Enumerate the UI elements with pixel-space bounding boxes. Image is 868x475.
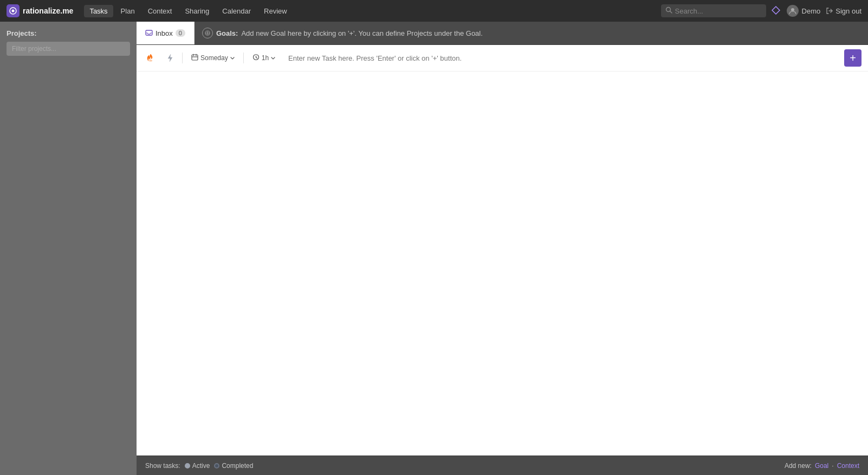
sidebar: Projects: xyxy=(0,22,137,475)
svg-point-5 xyxy=(791,8,794,11)
goals-add-button[interactable] xyxy=(202,28,213,38)
chevron-down-icon xyxy=(230,57,235,60)
add-new-separator: · xyxy=(832,462,833,470)
logo[interactable]: rationalize.me xyxy=(7,4,73,17)
bottom-bar: Show tasks: Active Completed Add new: Go… xyxy=(137,456,868,475)
svg-marker-12 xyxy=(168,54,172,62)
topnav: rationalize.me Tasks Plan Context Sharin… xyxy=(0,0,868,22)
projects-label: Projects: xyxy=(7,29,130,37)
inbox-label: Inbox xyxy=(156,29,173,37)
active-label: Active xyxy=(192,462,210,470)
someday-label: Someday xyxy=(200,54,228,62)
calendar-icon xyxy=(191,54,198,62)
task-input[interactable] xyxy=(284,54,840,62)
svg-line-3 xyxy=(670,11,672,14)
active-radio-dot xyxy=(185,463,190,469)
main-layout: Projects: Inbox 0 xyxy=(0,22,868,475)
add-new-label: Add new: xyxy=(785,462,812,470)
task-list xyxy=(137,71,868,456)
logo-text: rationalize.me xyxy=(23,6,73,15)
main-nav: Tasks Plan Context Sharing Calendar Revi… xyxy=(84,5,656,17)
add-context-link[interactable]: Context xyxy=(837,462,859,470)
fire-button[interactable] xyxy=(143,50,158,66)
bolt-button[interactable] xyxy=(163,50,178,66)
inbox-icon xyxy=(145,29,153,38)
user-info: Demo xyxy=(787,5,821,17)
svg-point-11 xyxy=(149,60,152,62)
nav-context[interactable]: Context xyxy=(142,5,178,17)
goals-label: Goals: xyxy=(216,29,238,37)
completed-radio-dot xyxy=(214,463,219,469)
signout-label: Sign out xyxy=(835,7,861,15)
svg-line-19 xyxy=(256,57,257,58)
show-tasks-section: Show tasks: Active Completed xyxy=(145,462,253,470)
search-input[interactable] xyxy=(675,7,762,15)
content-area: Inbox 0 Goals: Add new Goal here by clic… xyxy=(137,22,868,475)
nav-plan[interactable]: Plan xyxy=(115,5,140,17)
svg-marker-4 xyxy=(772,6,780,14)
project-filter-input[interactable] xyxy=(7,42,130,56)
nav-tasks[interactable]: Tasks xyxy=(84,5,113,17)
toolbar-separator-1 xyxy=(182,53,183,63)
search-wrapper[interactable] xyxy=(661,4,766,17)
task-toolbar: Someday 1h xyxy=(137,45,868,71)
completed-label: Completed xyxy=(222,462,253,470)
show-tasks-label: Show tasks: xyxy=(145,462,180,470)
nav-calendar[interactable]: Calendar xyxy=(217,5,256,17)
toolbar-separator-2 xyxy=(243,53,244,63)
task-input-area: Someday 1h xyxy=(137,45,868,456)
add-new-section: Add new: Goal · Context xyxy=(785,462,859,470)
goals-bar: Goals: Add new Goal here by clicking on … xyxy=(195,28,868,38)
signout-button[interactable]: Sign out xyxy=(826,7,861,15)
inbox-badge: 0 xyxy=(176,29,185,37)
completed-radio[interactable]: Completed xyxy=(214,462,253,470)
active-radio[interactable]: Active xyxy=(185,462,210,470)
nav-review[interactable]: Review xyxy=(258,5,293,17)
svg-rect-13 xyxy=(192,55,198,60)
topnav-right: Demo Sign out xyxy=(661,4,861,17)
add-goal-link[interactable]: Goal xyxy=(815,462,828,470)
tab-bar: Inbox 0 Goals: Add new Goal here by clic… xyxy=(137,22,868,45)
search-icon xyxy=(665,6,672,16)
goals-hint: Add new Goal here by clicking on '+'. Yo… xyxy=(241,29,482,37)
logo-icon xyxy=(7,4,20,17)
user-name: Demo xyxy=(802,7,821,15)
time-dropdown[interactable]: 1h xyxy=(248,51,280,64)
task-add-button[interactable]: + xyxy=(844,49,861,67)
clock-icon xyxy=(252,54,260,62)
someday-dropdown[interactable]: Someday xyxy=(187,51,239,64)
avatar xyxy=(787,5,799,17)
svg-point-1 xyxy=(12,10,15,12)
inbox-tab[interactable]: Inbox 0 xyxy=(137,22,195,44)
diamond-icon xyxy=(772,6,781,16)
nav-sharing[interactable]: Sharing xyxy=(179,5,215,17)
time-label: 1h xyxy=(262,54,269,62)
time-chevron-down-icon xyxy=(271,57,275,60)
